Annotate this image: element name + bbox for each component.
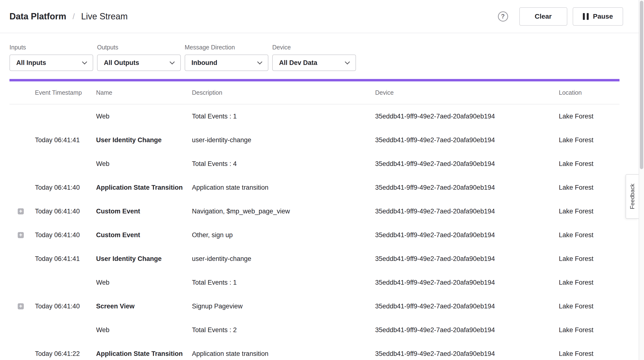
event-location: Lake Forest — [559, 350, 620, 358]
event-timestamp: Today 06:41:40 — [35, 184, 96, 191]
clear-button-label: Clear — [534, 12, 552, 20]
event-name: Web — [96, 160, 192, 168]
table-row: Today 06:41:22Application State Transiti… — [10, 342, 620, 360]
filter-label: Outputs — [97, 44, 181, 51]
clear-button[interactable]: Clear — [519, 7, 567, 26]
event-location: Lake Forest — [559, 279, 620, 286]
event-device: 35eddb41-9ff9-49e2-7aed-20afa90eb194 — [375, 326, 559, 334]
top-bar: Data Platform / Live Stream ? Clear Paus… — [0, 0, 644, 33]
event-name: User Identity Change — [96, 136, 192, 144]
expand-cell: + — [10, 303, 35, 309]
event-location: Lake Forest — [559, 255, 620, 263]
outputs-select[interactable]: All Outputs — [97, 54, 181, 71]
chevron-down-icon — [170, 59, 175, 64]
event-device: 35eddb41-9ff9-49e2-7aed-20afa90eb194 — [375, 303, 559, 310]
table-row: Today 06:41:40Application State Transiti… — [10, 176, 620, 199]
event-name: Screen View — [96, 303, 192, 310]
event-name: User Identity Change — [96, 255, 192, 263]
filter-label: Device — [272, 44, 356, 51]
event-name: Web — [96, 279, 192, 286]
table-row: +Today 06:41:40Custom EventNavigation, $… — [10, 199, 620, 223]
event-location: Lake Forest — [559, 326, 620, 334]
event-location: Lake Forest — [559, 208, 620, 215]
event-device: 35eddb41-9ff9-49e2-7aed-20afa90eb194 — [375, 350, 559, 358]
event-name: Application State Transition — [96, 184, 192, 191]
event-device: 35eddb41-9ff9-49e2-7aed-20afa90eb194 — [375, 279, 559, 286]
inputs-select[interactable]: All Inputs — [10, 54, 93, 71]
expand-cell: + — [10, 232, 35, 238]
feedback-tab-label: Feedback — [629, 184, 636, 209]
message-direction-select-value: Inbound — [192, 59, 217, 67]
help-icon-glyph: ? — [501, 13, 505, 20]
event-description: Total Events : 2 — [192, 326, 375, 334]
event-timestamp: Today 06:41:40 — [35, 303, 96, 310]
filter-device: Device All Dev Data — [272, 44, 356, 71]
event-location: Lake Forest — [559, 231, 620, 239]
accent-bar — [10, 79, 620, 81]
event-description: Total Events : 1 — [192, 113, 375, 120]
expand-icon[interactable]: + — [18, 208, 24, 214]
chevron-down-icon — [345, 59, 350, 64]
breadcrumb-section[interactable]: Data Platform — [10, 11, 66, 21]
device-select-value: All Dev Data — [279, 59, 318, 67]
event-timestamp: Today 06:41:41 — [35, 255, 96, 263]
expand-icon[interactable]: + — [18, 232, 24, 238]
message-direction-select[interactable]: Inbound — [185, 54, 268, 71]
filter-label: Message Direction — [185, 44, 268, 51]
filter-inputs: Inputs All Inputs — [10, 44, 93, 71]
pause-button[interactable]: Pause — [573, 7, 623, 26]
event-name: Application State Transition — [96, 350, 192, 358]
event-location: Lake Forest — [559, 184, 620, 191]
column-header-timestamp: Event Timestamp — [35, 89, 96, 96]
event-location: Lake Forest — [559, 113, 620, 120]
column-header-name: Name — [96, 89, 192, 96]
breadcrumb: Data Platform / Live Stream — [10, 11, 128, 21]
event-description: Navigation, $mp_web_page_view — [192, 208, 375, 215]
help-icon[interactable]: ? — [498, 11, 508, 21]
events-table: Event Timestamp Name Description Device … — [10, 81, 620, 360]
table-row: WebTotal Events : 435eddb41-9ff9-49e2-7a… — [10, 152, 620, 176]
event-name: Custom Event — [96, 231, 192, 239]
event-device: 35eddb41-9ff9-49e2-7aed-20afa90eb194 — [375, 136, 559, 144]
chevron-down-icon — [257, 59, 262, 64]
event-description: Application state transition — [192, 184, 375, 191]
table-row: Today 06:41:41User Identity Changeuser-i… — [10, 247, 620, 271]
filters-bar: Inputs All Inputs Outputs All Outputs Me… — [0, 33, 644, 71]
feedback-tab[interactable]: Feedback — [626, 174, 639, 219]
event-name: Web — [96, 326, 192, 334]
column-header-device: Device — [375, 89, 559, 96]
event-description: Total Events : 4 — [192, 160, 375, 168]
pause-icon — [583, 13, 589, 20]
table-body: WebTotal Events : 135eddb41-9ff9-49e2-7a… — [10, 104, 620, 360]
table-row: WebTotal Events : 135eddb41-9ff9-49e2-7a… — [10, 104, 620, 128]
event-timestamp: Today 06:41:41 — [35, 136, 96, 144]
event-device: 35eddb41-9ff9-49e2-7aed-20afa90eb194 — [375, 113, 559, 120]
breadcrumb-separator: / — [72, 12, 75, 21]
inputs-select-value: All Inputs — [16, 59, 46, 67]
event-description: Application state transition — [192, 350, 375, 358]
table-row: +Today 06:41:40Custom EventOther, sign u… — [10, 223, 620, 247]
event-device: 35eddb41-9ff9-49e2-7aed-20afa90eb194 — [375, 184, 559, 191]
page-title: Live Stream — [81, 11, 128, 21]
header-actions: ? Clear Pause — [498, 7, 623, 26]
event-description: Signup Pageview — [192, 303, 375, 310]
column-header-location: Location — [559, 89, 620, 96]
event-description: user-identity-change — [192, 255, 375, 263]
event-description: Other, sign up — [192, 231, 375, 239]
scrollbar[interactable] — [639, 0, 644, 360]
event-timestamp: Today 06:41:22 — [35, 350, 96, 358]
event-timestamp: Today 06:41:40 — [35, 231, 96, 239]
filter-outputs: Outputs All Outputs — [97, 44, 181, 71]
table-row: Today 06:41:41User Identity Changeuser-i… — [10, 128, 620, 152]
expand-cell: + — [10, 208, 35, 214]
filter-label: Inputs — [10, 44, 93, 51]
scrollbar-thumb[interactable] — [640, 1, 643, 169]
event-name: Web — [96, 113, 192, 120]
expand-icon[interactable]: + — [18, 303, 24, 309]
event-timestamp: Today 06:41:40 — [35, 208, 96, 215]
event-description: user-identity-change — [192, 136, 375, 144]
event-name: Custom Event — [96, 208, 192, 215]
event-location: Lake Forest — [559, 303, 620, 310]
event-location: Lake Forest — [559, 160, 620, 168]
device-select[interactable]: All Dev Data — [272, 54, 356, 71]
